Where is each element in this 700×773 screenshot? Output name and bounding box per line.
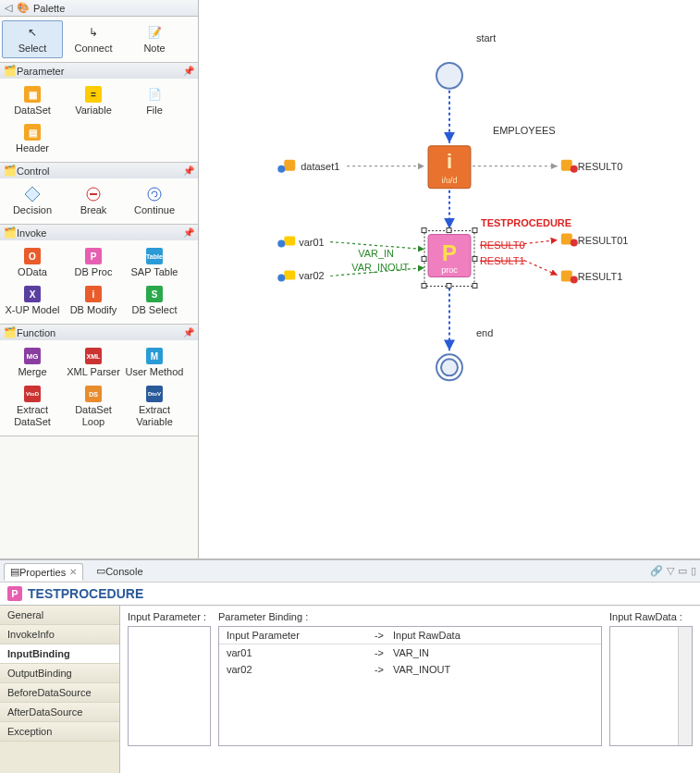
palette-decision[interactable]: Decision bbox=[2, 182, 63, 220]
palette-extractvar[interactable]: DtoVExtract Variable bbox=[124, 382, 185, 432]
varin-label: VAR_IN bbox=[358, 248, 394, 259]
close-icon[interactable]: ✕ bbox=[69, 567, 77, 577]
svg-point-27 bbox=[571, 276, 578, 284]
folder-icon: 🗂️ bbox=[4, 227, 17, 239]
folder-icon: 🗂️ bbox=[4, 165, 17, 177]
palette-dbmodify[interactable]: iDB Modify bbox=[63, 282, 124, 320]
xupmodel-icon: X bbox=[24, 286, 41, 302]
dataset1-port[interactable] bbox=[277, 160, 295, 173]
var02-port[interactable] bbox=[277, 271, 295, 282]
palette-xupmodel[interactable]: XX-UP Model bbox=[2, 282, 63, 320]
palette-select[interactable]: ↖ Select bbox=[2, 20, 63, 58]
palette-usermethod[interactable]: MUser Method bbox=[124, 344, 185, 382]
dataset-icon: ▦ bbox=[24, 86, 41, 103]
section-control-header[interactable]: 🗂️ Control 📌 bbox=[0, 163, 198, 178]
result0-port[interactable] bbox=[561, 160, 578, 173]
nav-general[interactable]: General bbox=[0, 606, 119, 625]
result1s-label: RESULT1 bbox=[480, 255, 525, 266]
svg-rect-15 bbox=[422, 257, 426, 262]
tab-console[interactable]: ▭ Console bbox=[91, 563, 148, 579]
var01-label: var01 bbox=[299, 237, 324, 248]
nav-exception[interactable]: Exception bbox=[0, 722, 119, 742]
palette-saptable[interactable]: TableSAP Table bbox=[124, 244, 185, 282]
palette-merge[interactable]: MGMerge bbox=[2, 344, 63, 382]
pin-icon[interactable]: 📌 bbox=[183, 327, 194, 337]
connect-icon: ↳ bbox=[85, 24, 102, 41]
note-icon: 📝 bbox=[146, 24, 163, 41]
edge-result1[interactable] bbox=[524, 261, 558, 276]
result1-port[interactable] bbox=[561, 271, 578, 284]
palette-continue[interactable]: Continue bbox=[124, 182, 185, 220]
diagram-canvas[interactable]: start EMPLOYEES i i/u/d dataset1 RESULT0 bbox=[199, 0, 700, 558]
continue-icon bbox=[146, 186, 163, 202]
minimize-icon[interactable]: ▭ bbox=[678, 565, 687, 577]
inputparam-listbox[interactable] bbox=[128, 626, 211, 746]
palette-collapse-icon[interactable]: ◁ bbox=[4, 2, 13, 14]
svg-point-23 bbox=[277, 275, 285, 282]
merge-icon: MG bbox=[24, 348, 41, 364]
section-invoke-header[interactable]: 🗂️ Invoke 📌 bbox=[0, 225, 198, 240]
palette-icon: 🎨 bbox=[17, 2, 30, 14]
tab-properties[interactable]: ▤ Properties ✕ bbox=[4, 563, 83, 581]
nav-invokeinfo[interactable]: InvokeInfo bbox=[0, 625, 119, 644]
result01-label: RESULT01 bbox=[578, 235, 629, 246]
palette-panel: ◁ 🎨 Palette ↖ Select ↳ Connect 📝 bbox=[0, 0, 199, 558]
result1-label: RESULT1 bbox=[578, 271, 623, 282]
break-icon bbox=[85, 186, 102, 202]
svg-rect-20 bbox=[284, 237, 295, 246]
section-function-header[interactable]: 🗂️ Function 📌 bbox=[0, 325, 198, 340]
palette-dbproc[interactable]: PDB Proc bbox=[63, 244, 124, 282]
result0-label: RESULT0 bbox=[578, 161, 623, 172]
palette-xmlparser[interactable]: XMLXML Parser bbox=[63, 344, 124, 382]
section-parameter-header[interactable]: 🗂️ Parameter 📌 bbox=[0, 63, 198, 79]
svg-point-28 bbox=[441, 359, 458, 375]
table-row[interactable]: var01 -> VAR_IN bbox=[219, 644, 601, 661]
nav-inputbinding[interactable]: InputBinding bbox=[0, 644, 119, 664]
folder-icon: 🗂️ bbox=[4, 65, 17, 77]
inputraw-listbox[interactable] bbox=[609, 626, 693, 746]
svg-point-25 bbox=[571, 239, 578, 247]
palette-variable[interactable]: =Variable bbox=[63, 82, 124, 120]
extractds-icon: VtoD bbox=[24, 386, 41, 402]
parambinding-header: Parameter Binding : bbox=[218, 611, 602, 622]
dsloop-icon: DS bbox=[85, 386, 102, 402]
extractvar-icon: DtoV bbox=[146, 386, 163, 402]
proc-icon: P bbox=[7, 586, 22, 601]
palette-header: ◁ 🎨 Palette bbox=[0, 0, 198, 17]
palette-header-item[interactable]: ▤Header bbox=[2, 120, 63, 158]
svg-rect-22 bbox=[284, 271, 295, 280]
result01-port[interactable] bbox=[561, 234, 578, 247]
start-label: start bbox=[476, 32, 496, 43]
svg-rect-2 bbox=[90, 193, 97, 195]
edge-result01[interactable] bbox=[524, 240, 558, 244]
svg-rect-12 bbox=[422, 228, 426, 233]
saptable-icon: Table bbox=[146, 248, 163, 264]
link-icon[interactable]: 🔗 bbox=[650, 565, 663, 577]
svg-rect-19 bbox=[473, 283, 477, 288]
triangle-icon[interactable]: ▽ bbox=[667, 565, 674, 577]
pin-icon[interactable]: 📌 bbox=[183, 66, 194, 76]
palette-dbselect[interactable]: SDB Select bbox=[124, 282, 185, 320]
palette-note[interactable]: 📝 Note bbox=[124, 20, 185, 58]
start-node[interactable] bbox=[436, 63, 462, 89]
palette-break[interactable]: Break bbox=[63, 182, 124, 220]
palette-dataset[interactable]: ▦DataSet bbox=[2, 82, 63, 120]
palette-odata[interactable]: OOData bbox=[2, 244, 63, 282]
bottom-tabs: ▤ Properties ✕ ▭ Console 🔗 ▽ ▭ ▯ bbox=[0, 560, 700, 583]
svg-marker-0 bbox=[25, 187, 40, 202]
palette-extractds[interactable]: VtoDExtract DataSet bbox=[2, 382, 63, 432]
maximize-icon[interactable]: ▯ bbox=[691, 565, 696, 577]
nav-outputbinding[interactable]: OutputBinding bbox=[0, 664, 119, 683]
var01-port[interactable] bbox=[277, 237, 295, 248]
pin-icon[interactable]: 📌 bbox=[183, 227, 194, 238]
binding-table[interactable]: Input Parameter -> Input RawData var01 -… bbox=[218, 626, 602, 746]
palette-file[interactable]: 📄File bbox=[124, 82, 185, 120]
nav-afterdatasource[interactable]: AfterDataSource bbox=[0, 703, 119, 722]
dbselect-icon: S bbox=[146, 286, 163, 302]
palette-connect[interactable]: ↳ Connect bbox=[63, 20, 124, 58]
table-row[interactable]: var02 -> VAR_INOUT bbox=[219, 661, 601, 678]
nav-beforedatasource[interactable]: BeforeDataSource bbox=[0, 683, 119, 703]
pin-icon[interactable]: 📌 bbox=[183, 166, 194, 176]
palette-dsloop[interactable]: DSDataSet Loop bbox=[63, 382, 124, 432]
result0s-label: RESULT0 bbox=[480, 239, 525, 251]
